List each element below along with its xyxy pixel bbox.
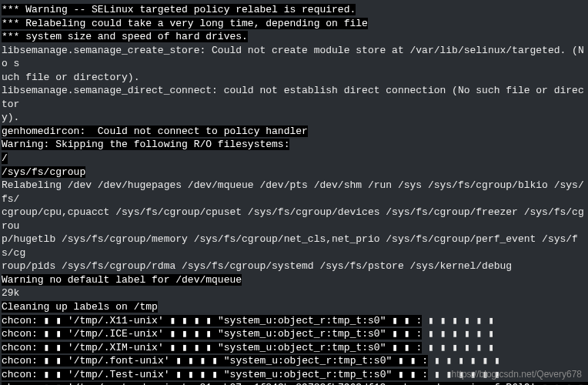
terminal-segment: libsemanage.semanage_create_store: Could… xyxy=(2,45,584,70)
terminal-line: Cleaning up labels on /tmp xyxy=(2,300,586,314)
terminal-segment: chcon: ▮ ▮ '/tmp/.XIM-unix' ▮ ▮ ▮ ▮ "sys… xyxy=(2,342,422,353)
terminal-line: y). xyxy=(2,111,586,125)
terminal-segment: ▮ ▮ ▮ ▮ ▮ ▮ xyxy=(422,342,494,353)
terminal-line: Relabeling /dev /dev/hugepages /dev/mque… xyxy=(2,179,586,206)
terminal-segment: /sys/fs/cgroup xyxy=(2,166,85,178)
terminal-line: chcon: ▮ ▮ '/tmp/.font-unix' ▮ ▮ ▮ ▮ "sy… xyxy=(2,354,586,368)
terminal-segment: chcon: ▮ ▮ '/tmp/.X11-unix' ▮ ▮ ▮ ▮ "sys… xyxy=(2,315,422,326)
terminal-segment: *** system size and speed of hard drives… xyxy=(2,31,248,42)
watermark: https://blog.csdn.net/Qevery678 xyxy=(452,368,582,380)
terminal-segment: Warning: Skipping the following R/O file… xyxy=(2,139,289,150)
terminal-segment: Relabeling /dev /dev/hugepages /dev/mque… xyxy=(2,179,584,205)
terminal-line: /sys/fs/cgroup xyxy=(2,166,586,179)
terminal-segment: ▮ ▮ ▮ ▮ ▮ ▮ xyxy=(428,355,500,367)
terminal-line: 29k xyxy=(2,286,586,300)
terminal-line: genhomedircon: Could not connect to poli… xyxy=(2,125,586,139)
terminal-segment: *** Relabeling could take a very long ti… xyxy=(2,18,368,29)
terminal-line: chcon: ▮ ▮ '/tmp/systemd-private-81eab07… xyxy=(2,381,586,385)
terminal-line: chcon: ▮ ▮ '/tmp/.X11-unix' ▮ ▮ ▮ ▮ "sys… xyxy=(2,314,586,328)
terminal-segment: ▮ ▮ ▮ ▮ ▮ ▮ xyxy=(422,328,494,340)
terminal-segment: 29k xyxy=(2,287,19,299)
terminal-line: cgroup/cpu,cpuacct /sys/fs/cgroup/cpuset… xyxy=(2,206,586,233)
terminal-line: libsemanage.semanage_direct_connect: cou… xyxy=(2,84,586,111)
terminal-line: roup/pids /sys/fs/cgroup/rdma /sys/fs/cg… xyxy=(2,259,586,273)
terminal-segment: Warning no default label for /dev/mqueue xyxy=(2,274,242,286)
terminal-segment: chcon: ▮ ▮ '/tmp/.font-unix' ▮ ▮ ▮ ▮ "sy… xyxy=(2,355,428,367)
terminal-line: libsemanage.semanage_create_store: Could… xyxy=(2,44,586,71)
terminal-line: *** Warning -- SELinux targeted policy r… xyxy=(2,3,586,17)
terminal-segment: chcon: ▮ ▮ '/tmp/.ICE-unix' ▮ ▮ ▮ ▮ "sys… xyxy=(2,328,422,340)
terminal-output: *** Warning -- SELinux targeted policy r… xyxy=(0,0,588,385)
terminal-segment: *** Warning -- SELinux targeted policy r… xyxy=(2,4,356,15)
terminal-segment: chcon: ▮ ▮ '/tmp/.Test-unix' ▮ ▮ ▮ ▮ "sy… xyxy=(2,369,428,380)
terminal-segment: genhomedircon: Could not connect to poli… xyxy=(2,126,308,137)
terminal-line: chcon: ▮ ▮ '/tmp/.XIM-unix' ▮ ▮ ▮ ▮ "sys… xyxy=(2,341,586,355)
terminal-line: Warning: Skipping the following R/O file… xyxy=(2,138,586,152)
terminal-segment: / xyxy=(2,152,8,164)
terminal-segment: p/hugetlb /sys/fs/cgroup/memory /sys/fs/… xyxy=(2,233,578,259)
terminal-line: *** system size and speed of hard drives… xyxy=(2,30,586,44)
terminal-segment: uch file or directory). xyxy=(2,72,139,83)
terminal-line: *** Relabeling could take a very long ti… xyxy=(2,17,586,31)
terminal-line: p/hugetlb /sys/fs/cgroup/memory /sys/fs/… xyxy=(2,233,586,259)
terminal-segment: Cleaning up labels on /tmp xyxy=(2,301,158,313)
terminal-line: / xyxy=(2,152,586,166)
terminal-segment: ▮ ▮ ▮ ▮ ▮ ▮ xyxy=(422,315,494,326)
terminal-segment: libsemanage.semanage_direct_connect: cou… xyxy=(2,85,584,110)
terminal-line: uch file or directory). xyxy=(2,71,586,85)
terminal-line: Warning no default label for /dev/mqueue xyxy=(2,273,586,287)
terminal-line: chcon: ▮ ▮ '/tmp/.ICE-unix' ▮ ▮ ▮ ▮ "sys… xyxy=(2,327,586,341)
terminal-segment: chcon: ▮ ▮ '/tmp/systemd-private-81eab07… xyxy=(2,382,588,385)
terminal-segment: cgroup/cpu,cpuacct /sys/fs/cgroup/cpuset… xyxy=(2,206,584,232)
terminal-segment: y). xyxy=(2,112,19,123)
terminal-segment: roup/pids /sys/fs/cgroup/rdma /sys/fs/cg… xyxy=(2,260,512,272)
